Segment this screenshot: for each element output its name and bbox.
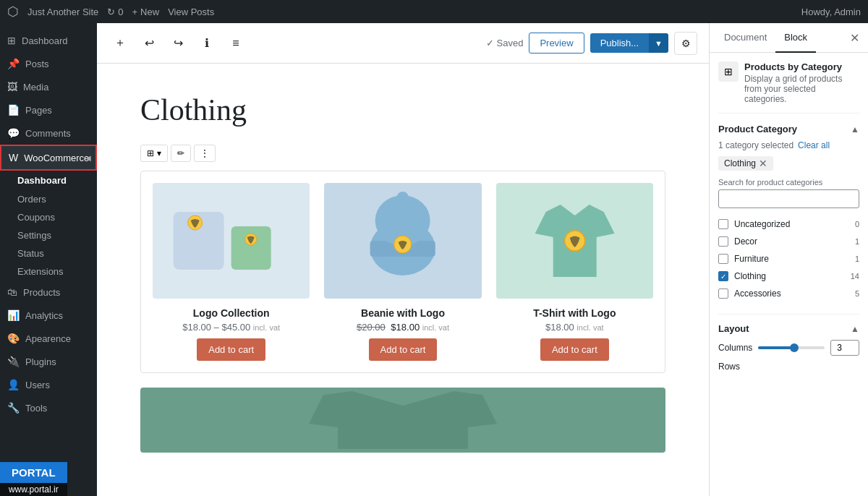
portal-label: PORTAL bbox=[0, 462, 67, 483]
posts-icon: 📌 bbox=[7, 58, 20, 69]
submenu-item-orders[interactable]: Orders bbox=[10, 190, 97, 208]
block-header: ⊞ Products by Category Display a grid of… bbox=[718, 61, 859, 114]
block-type-button[interactable]: ⊞ ▾ bbox=[140, 145, 168, 162]
section-toggle-button[interactable]: ▲ bbox=[851, 124, 859, 134]
updates-icon: ↻ bbox=[107, 7, 115, 17]
block-options-button[interactable]: ⋮ bbox=[194, 145, 216, 162]
add-to-cart-2[interactable]: Add to cart bbox=[369, 338, 438, 361]
woocommerce-icon: W bbox=[9, 152, 18, 163]
sidebar-item-posts[interactable]: 📌 Posts bbox=[0, 52, 97, 75]
block-type-icon: ⊞ bbox=[718, 61, 739, 82]
columns-input[interactable] bbox=[830, 340, 859, 356]
product-card-3: T-Shirt with Logo $18.00 incl. vat Add t… bbox=[496, 183, 653, 361]
pages-icon: 📄 bbox=[7, 104, 20, 116]
product-image-3 bbox=[496, 183, 653, 299]
add-to-cart-1[interactable]: Add to cart bbox=[197, 338, 265, 361]
product-card-1: Logo Collection $18.00 – $45.00 incl. va… bbox=[153, 183, 310, 361]
section-title-product-category: Product Category ▲ bbox=[718, 124, 859, 134]
preview-button[interactable]: Preview bbox=[529, 33, 584, 54]
publish-button[interactable]: Publish... bbox=[590, 33, 649, 53]
search-label: Search for product categories bbox=[718, 178, 859, 187]
product-name-2: Beanie with Logo bbox=[361, 307, 445, 319]
category-tag-remove[interactable]: ✕ bbox=[759, 158, 767, 168]
sidebar-item-dashboard[interactable]: ⊞ Dashboard bbox=[0, 29, 97, 52]
appearance-icon: 🎨 bbox=[7, 333, 20, 344]
sidebar-item-comments[interactable]: 💬 Comments bbox=[0, 121, 97, 145]
products-grid: Logo Collection $18.00 – $45.00 incl. va… bbox=[140, 171, 665, 373]
panel-close-button[interactable]: ✕ bbox=[847, 28, 862, 48]
sidebar-item-appearance[interactable]: 🎨 Apearence bbox=[0, 327, 97, 350]
sidebar-item-tools[interactable]: 🔧 Tools bbox=[0, 396, 97, 419]
sidebar-item-users[interactable]: 👤 Users bbox=[0, 373, 97, 396]
checkmark-icon: ✓ bbox=[486, 38, 494, 48]
portal-url: www.portal.ir bbox=[0, 483, 67, 496]
dashboard-icon: ⊞ bbox=[7, 35, 16, 46]
list-view-button[interactable]: ≡ bbox=[224, 32, 247, 55]
sidebar-item-woocommerce[interactable]: W WooCommerce ◀ bbox=[0, 145, 97, 171]
publish-caret-button[interactable]: ▼ bbox=[649, 33, 668, 53]
tab-document[interactable]: Document bbox=[715, 23, 775, 53]
sidebar: ⊞ Dashboard 📌 Posts 🖼 Media 📄 Pages 💬 Co… bbox=[0, 23, 97, 496]
add-to-cart-3[interactable]: Add to cart bbox=[540, 338, 609, 361]
category-checkbox-accessories[interactable] bbox=[718, 288, 728, 299]
submenu-item-coupons[interactable]: Coupons bbox=[10, 208, 97, 226]
category-checkbox-decor[interactable] bbox=[718, 236, 728, 247]
page-title[interactable]: Clothing bbox=[140, 93, 665, 127]
tools-icon: 🔧 bbox=[7, 402, 20, 414]
updates-link[interactable]: ↻ 0 bbox=[107, 7, 123, 17]
block-info: Products by Category Display a grid of p… bbox=[744, 61, 859, 104]
columns-slider[interactable] bbox=[758, 346, 825, 349]
category-checkbox-clothing[interactable]: ✓ bbox=[718, 271, 728, 281]
submenu-item-status[interactable]: Status bbox=[10, 244, 97, 262]
wp-logo: ⬡ bbox=[7, 4, 19, 20]
rows-label: Rows bbox=[718, 362, 740, 372]
woocommerce-submenu: Dashboard Orders Coupons Settings Status… bbox=[0, 171, 97, 281]
sidebar-item-media[interactable]: 🖼 Media bbox=[0, 75, 97, 98]
columns-label: Columns bbox=[718, 343, 752, 353]
sidebar-item-plugins[interactable]: 🔌 Plugins bbox=[0, 350, 97, 373]
undo-button[interactable]: ↩ bbox=[137, 32, 161, 55]
category-checkbox-uncategorized[interactable] bbox=[718, 219, 728, 229]
product-image-2 bbox=[324, 183, 481, 299]
category-item-uncategorized: Uncategorized 0 bbox=[718, 215, 859, 233]
editor-content: Clothing ⊞ ▾ ✏ ⋮ bbox=[97, 64, 709, 496]
new-content-link[interactable]: + New bbox=[132, 7, 160, 17]
category-item-decor: Decor 1 bbox=[718, 233, 859, 250]
category-search-input[interactable] bbox=[718, 189, 859, 208]
settings-button[interactable]: ⚙ bbox=[674, 32, 697, 55]
view-posts-link[interactable]: View Posts bbox=[168, 7, 214, 17]
category-item-clothing: ✓ Clothing 14 bbox=[718, 268, 859, 285]
block-edit-button[interactable]: ✏ bbox=[171, 145, 191, 162]
portal-badge-container: PORTAL www.portal.ir bbox=[0, 462, 67, 496]
info-button[interactable]: ℹ bbox=[195, 32, 218, 55]
add-block-button[interactable]: ＋ bbox=[109, 32, 132, 55]
redo-button[interactable]: ↪ bbox=[166, 32, 190, 55]
users-icon: 👤 bbox=[7, 379, 20, 390]
admin-bar: ⬡ Just Another Site ↻ 0 + New View Posts… bbox=[0, 0, 868, 23]
sidebar-item-pages[interactable]: 📄 Pages bbox=[0, 98, 97, 121]
section-divider bbox=[718, 314, 859, 315]
product-card-2: Beanie with Logo $20.00 $18.00 incl. vat… bbox=[324, 183, 481, 361]
editor-toolbar: ＋ ↩ ↪ ℹ ≡ ✓ Saved Preview Publish... ▼ ⚙ bbox=[97, 23, 709, 64]
site-name-link[interactable]: Just Another Site bbox=[27, 7, 98, 17]
saved-status: ✓ Saved bbox=[486, 38, 524, 48]
publish-button-group: Publish... ▼ bbox=[590, 33, 668, 53]
selected-category-tag: Clothing ✕ bbox=[718, 156, 773, 171]
block-desc: Display a grid of products from your sel… bbox=[744, 74, 859, 104]
layout-toggle-button[interactable]: ▲ bbox=[851, 324, 859, 334]
category-item-accessories: Accessories 5 bbox=[718, 285, 859, 302]
product-price-1: $18.00 – $45.00 incl. vat bbox=[182, 322, 280, 333]
layout-section: Layout ▲ Columns Rows bbox=[718, 323, 859, 372]
clear-all-link[interactable]: Clear all bbox=[798, 140, 830, 150]
sidebar-item-products[interactable]: 🛍 Products bbox=[0, 281, 97, 304]
svg-rect-2 bbox=[231, 226, 271, 270]
more-options-icon: ⋮ bbox=[200, 148, 209, 158]
category-checkbox-furniture[interactable] bbox=[718, 254, 728, 264]
tab-block[interactable]: Block bbox=[775, 23, 816, 53]
slider-thumb[interactable] bbox=[790, 343, 799, 352]
sidebar-item-analytics[interactable]: 📊 Analytics bbox=[0, 304, 97, 327]
product-name-3: T-Shirt with Logo bbox=[533, 307, 616, 319]
product-image-1 bbox=[153, 183, 310, 299]
submenu-item-settings[interactable]: Settings bbox=[10, 226, 97, 244]
submenu-item-extensions[interactable]: Extensions bbox=[10, 262, 97, 281]
